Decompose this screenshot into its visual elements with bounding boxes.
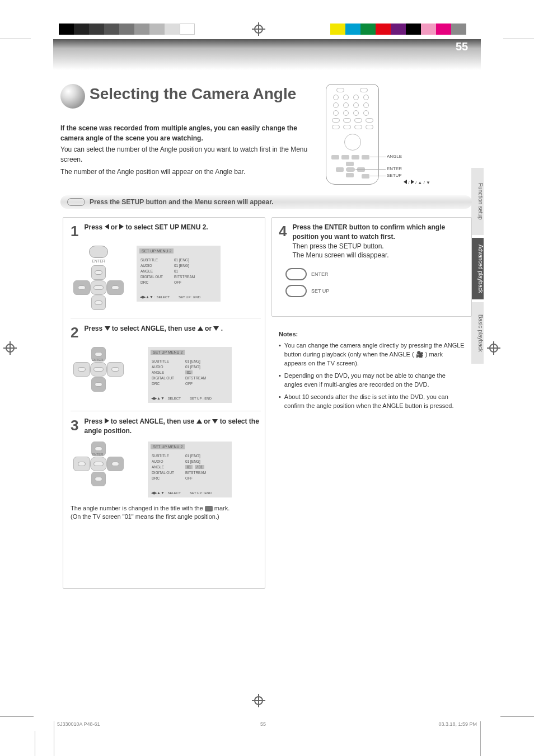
step-1-text: Press or to select SET UP MENU 2. <box>84 223 208 240</box>
trim-mark <box>35 731 35 756</box>
note-item: About 10 seconds after the disc is set i… <box>279 393 465 411</box>
step-4-number: 4 <box>279 223 287 260</box>
right-arrow-icon <box>119 224 124 229</box>
down-arrow-icon <box>213 326 219 331</box>
page-number: 55 <box>456 40 468 53</box>
registration-mark-icon <box>487 341 500 355</box>
trim-mark <box>500 716 534 717</box>
trim-mark <box>480 721 481 756</box>
up-arrow-icon <box>196 419 202 424</box>
registration-mark-icon <box>252 694 265 707</box>
down-arrow-icon <box>105 326 110 331</box>
intro-paragraph-2: The number of the Angle position will ap… <box>60 167 310 177</box>
trim-mark <box>503 39 534 39</box>
right-arrow-icon <box>105 418 109 424</box>
registration-mark-icon <box>252 22 265 36</box>
step-2-number: 2 <box>71 324 78 341</box>
step-3-number: 3 <box>71 417 78 436</box>
note-item: Depending on the DVD, you may not be abl… <box>279 372 465 389</box>
color-calibration-bar <box>330 24 466 35</box>
enter-button-icon <box>89 246 108 258</box>
grayscale-calibration-bar <box>59 24 195 35</box>
enter-button-label: ENTER <box>311 271 329 277</box>
intro-paragraph-1: You can select the number of the Angle p… <box>60 144 310 165</box>
footer-timestamp: 03.3.18, 1:59 PM <box>438 721 477 727</box>
remote-illustration: ANGLE ENTER SETUP / / ▲ / ▼ <box>326 84 379 185</box>
remote-label-arrows: / / ▲ / ▼ <box>404 180 430 185</box>
side-tab-basic-playback: Basic playback <box>471 302 484 364</box>
tv-screen-mock-1: SET UP MENU 2 SUBTITLE01 [ENG] AUDIO01 [… <box>137 246 221 302</box>
remote-label-setup: SETUP <box>387 173 402 178</box>
setup-button-label: SET UP <box>311 288 329 294</box>
dpad-icon: ENTER <box>71 442 127 486</box>
step-1-number: 1 <box>71 223 78 240</box>
tv-screen-mock-3: SET UP MENU 2 SUBTITLE01 [ENG] AUDIO01 [… <box>148 442 232 497</box>
step-2-text: Press to select ANGLE, then use or . <box>84 324 223 341</box>
remote-label-angle: ANGLE <box>387 154 402 159</box>
trim-mark <box>54 721 54 756</box>
setup-button-icon <box>285 285 307 297</box>
tv-screen-mock-2: SET UP MENU 2 SUBTITLE01 [ENG] AUDIO01 [… <box>148 347 232 403</box>
note-item: You can change the camera angle directly… <box>279 341 465 368</box>
enter-button-icon <box>285 268 307 280</box>
registration-mark-icon <box>3 341 17 355</box>
step-4-text: Press the ENTER button to confirm which … <box>292 223 465 260</box>
notes-section: Notes: You can change the camera angle d… <box>279 330 465 414</box>
side-tab-function-setup: Function setup <box>471 168 484 235</box>
down-arrow-icon <box>212 419 218 424</box>
side-tab-advanced-playback: Advanced playback <box>471 238 484 299</box>
up-arrow-icon <box>198 326 203 331</box>
section-sphere-icon <box>60 84 85 109</box>
step-3-text: Press to select ANGLE, then use or to se… <box>84 417 261 436</box>
setup-button-icon <box>67 198 85 206</box>
left-arrow-icon <box>105 224 109 229</box>
dpad-icon <box>71 265 127 310</box>
trim-mark <box>0 716 34 717</box>
page-title: Selecting the Camera Angle <box>90 85 296 103</box>
footer-filename: 5J330010A P48-61 <box>57 721 100 727</box>
remote-label-enter: ENTER <box>387 166 402 171</box>
notes-header: Notes: <box>279 330 465 339</box>
camera-angle-icon <box>205 506 213 511</box>
dpad-icon: ENTER <box>71 347 127 392</box>
band-text: Press the SETUP button and the Menu scre… <box>90 198 274 206</box>
trim-mark <box>0 39 31 39</box>
step-3-note: The angle number is changed in the title… <box>71 504 261 522</box>
setup-instruction-band: Press the SETUP button and the Menu scre… <box>60 195 472 209</box>
page-header-gradient <box>53 39 481 70</box>
intro-lead: If the scene was recorded from multiple … <box>60 123 310 143</box>
footer-page: 55 <box>260 721 266 727</box>
